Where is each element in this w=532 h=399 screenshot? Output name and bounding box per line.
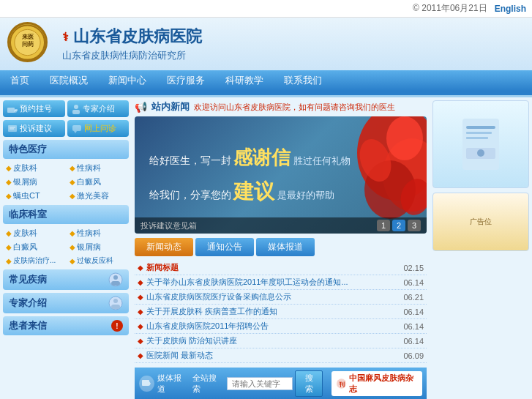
search-label: 全站搜索 (192, 373, 223, 395)
banner-dot-1[interactable]: 1 (377, 220, 390, 231)
media-btn[interactable]: 媒体报道 (139, 373, 188, 395)
sidebar-link-clinic-skin[interactable]: ◆皮肤科 (3, 227, 65, 239)
news-item-title[interactable]: 关于开展皮肤科 疾病普查工作的通知 (146, 306, 277, 317)
news-item: ◆ 山东省皮肤病医院2011年招聘公告 06.14 (135, 319, 427, 334)
right-logo[interactable]: 刊 中国麻风皮肤病杂志 (331, 371, 422, 396)
banner-overlay: 给好医生，写一封 感谢信 胜过任何礼物 给我们，分享您的 建议 是最好的帮助 (135, 116, 427, 234)
nav-news[interactable]: 新闻中心 (98, 70, 157, 91)
svg-rect-12 (72, 125, 81, 131)
sidebar-section-disease[interactable]: 常见疾病 (3, 269, 129, 290)
banner-line1: 给好医生，写一封 感谢信 胜过任何礼物 (149, 145, 412, 171)
svg-rect-33 (466, 137, 488, 139)
banner-caption: 投诉建议意见箱 (141, 220, 197, 231)
news-ticker: 欢迎访问山东省皮肤病医院，如有问题请咨询我们的医生 (194, 102, 427, 113)
sidebar-link-clinic-sti[interactable]: ◆性病科 (67, 227, 129, 239)
svg-rect-16 (111, 281, 120, 286)
logo: 来医 问药 (7, 22, 55, 66)
nav-bar: 首页 医院概况 新闻中心 医疗服务 科研教学 联系我们 (0, 70, 532, 91)
sidebar-link-clinic-psor[interactable]: ◆银屑病 (67, 241, 129, 253)
sidebar-btn-row2: 投诉建议 网上问诊 (3, 120, 129, 137)
svg-point-18 (113, 299, 118, 303)
sidebar-clinical-links: ◆皮肤科 ◆性病科 ◆白癜风 ◆银屑病 ◆皮肤病治疗... ◆过敏反应科 (3, 227, 129, 266)
header: 来医 问药 ⚕ 山东省皮肤病医院 山东省皮肤病性病防治研究所 (0, 18, 532, 70)
news-bullet: ◆ (138, 337, 143, 345)
content-area: 📢 站内新闻 欢迎访问山东省皮肤病医院，如有问题请咨询我们的医生 (132, 97, 430, 399)
btn-complaint[interactable]: 投诉建议 (3, 120, 65, 137)
banner-dot-3[interactable]: 3 (408, 220, 421, 231)
news-date: 06.14 (403, 278, 424, 287)
banner-dot-2[interactable]: 2 (392, 220, 405, 231)
news-item: ◆ 关于开展皮肤科 疾病普查工作的通知 06.14 (135, 305, 427, 319)
news-item-title[interactable]: 新闻标题 (146, 262, 179, 273)
svg-text:刊: 刊 (338, 381, 344, 388)
logo-circle: 来医 问药 (7, 22, 48, 62)
svg-text:问药: 问药 (22, 40, 34, 47)
nav-contact[interactable]: 联系我们 (274, 70, 332, 91)
top-bar: © 2011年06月21日 English (0, 0, 532, 18)
sidebar-section-featured[interactable]: 特色医疗 (3, 140, 129, 159)
main-wrap: 预约挂号 专家介绍 投诉建议 网上问诊 特色医疗 ◆皮肤科 ◆性病科 ◆银屑病 … (0, 97, 532, 399)
news-item-title[interactable]: 山东省皮肤病医院医疗设备采购信息公示 (146, 291, 291, 302)
sidebar-section-expert[interactable]: 专家介绍 (3, 293, 129, 313)
sidebar-link-psoriasis[interactable]: ◆银屑病 (3, 176, 65, 188)
institute-name: 山东省皮肤病性病防治研究所 (62, 49, 525, 62)
btn-appointment[interactable]: 预约挂号 (3, 100, 65, 117)
svg-point-7 (74, 105, 78, 109)
news-item: ◆ 关于皮肤病 防治知识讲座 06.14 (135, 334, 427, 348)
news-item-title[interactable]: 关于皮肤病 防治知识讲座 (146, 335, 237, 346)
patient-badge: ! (111, 320, 123, 332)
btn-online-consult[interactable]: 网上问诊 (67, 120, 130, 137)
svg-rect-26 (142, 380, 149, 386)
sidebar-link-clinic-allergy[interactable]: ◆过敏反应科 (67, 255, 129, 266)
right-ad-2: 广告位 (432, 193, 529, 251)
banner-bottom: 投诉建议意见箱 1 2 3 (135, 217, 427, 234)
svg-point-35 (477, 149, 484, 157)
nav-overview[interactable]: 医院概况 (40, 70, 98, 91)
content-tabs: 新闻动态 通知公告 媒体报道 (135, 238, 427, 256)
speaker-icon: 📢 (135, 101, 147, 113)
sidebar-btn-row1: 预约挂号 专家介绍 (3, 100, 129, 117)
tab-media[interactable]: 媒体报道 (256, 238, 315, 256)
sidebar-section-patient[interactable]: 患者来信 ! (3, 316, 129, 335)
sidebar-link-clinic-center[interactable]: ◆皮肤病治疗... (3, 255, 65, 266)
news-item: ◆ 关于举办山东省皮肤病医院2011年度职工运动会的通知... 06.14 (135, 275, 427, 290)
sidebar-link-skin[interactable]: ◆皮肤科 (3, 162, 65, 174)
news-item: ◆ 医院新闻 最新动态 06.09 (135, 348, 427, 363)
news-list: ◆ 新闻标题 02.15 ◆ 关于举办山东省皮肤病医院2011年度职工运动会的通… (135, 261, 427, 363)
sidebar-link-sti[interactable]: ◆性病科 (67, 162, 129, 174)
news-date: 02.15 (403, 264, 424, 272)
svg-rect-4 (7, 108, 15, 113)
nav-service[interactable]: 医疗服务 (157, 70, 215, 91)
nav-research[interactable]: 科研教学 (215, 70, 274, 91)
news-item-title[interactable]: 山东省皮肤病医院2011年招聘公告 (146, 321, 269, 332)
sidebar-link-clinic-vitiligo[interactable]: ◆白癜风 (3, 241, 65, 253)
svg-point-6 (14, 110, 17, 113)
search-button[interactable]: 搜索 (295, 370, 322, 397)
search-input[interactable] (227, 377, 293, 390)
news-header: 📢 站内新闻 欢迎访问山东省皮肤病医院，如有问题请咨询我们的医生 (135, 100, 427, 113)
language-switch[interactable]: English (495, 4, 526, 14)
sidebar-link-vitiligo[interactable]: ◆白癜风 (67, 176, 129, 188)
tab-notice[interactable]: 通知公告 (195, 238, 254, 256)
news-item: ◆ 山东省皮肤病医院医疗设备采购信息公示 06.21 (135, 290, 427, 305)
svg-marker-27 (149, 381, 151, 386)
tab-news[interactable]: 新闻动态 (135, 238, 193, 256)
date-display: © 2011年06月21日 (413, 2, 487, 15)
news-bullet: ◆ (138, 307, 143, 316)
header-title: ⚕ 山东省皮肤病医院 山东省皮肤病性病防治研究所 (62, 26, 525, 62)
banner-line2: 给我们，分享您的 建议 是最好的帮助 (149, 178, 412, 206)
sidebar-link-ct[interactable]: ◆螨虫CT (3, 190, 65, 202)
media-icon (139, 376, 154, 392)
sidebar-link-laser[interactable]: ◆激光美容 (67, 190, 129, 202)
news-item: ◆ 新闻标题 02.15 (135, 261, 427, 275)
nav-home[interactable]: 首页 (0, 70, 40, 91)
banner-dots: 1 2 3 (377, 220, 421, 231)
news-title-label: 站内新闻 (151, 100, 190, 113)
btn-expert[interactable]: 专家介绍 (67, 100, 130, 117)
sidebar-section-clinical[interactable]: 临床科室 (3, 205, 129, 224)
svg-marker-13 (74, 131, 77, 133)
news-item-title[interactable]: 关于举办山东省皮肤病医院2011年度职工运动会的通知... (146, 277, 348, 288)
banner-highlight1: 感谢信 (233, 146, 291, 168)
search-box: 搜索 (227, 370, 322, 397)
news-item-title[interactable]: 医院新闻 最新动态 (146, 350, 213, 361)
